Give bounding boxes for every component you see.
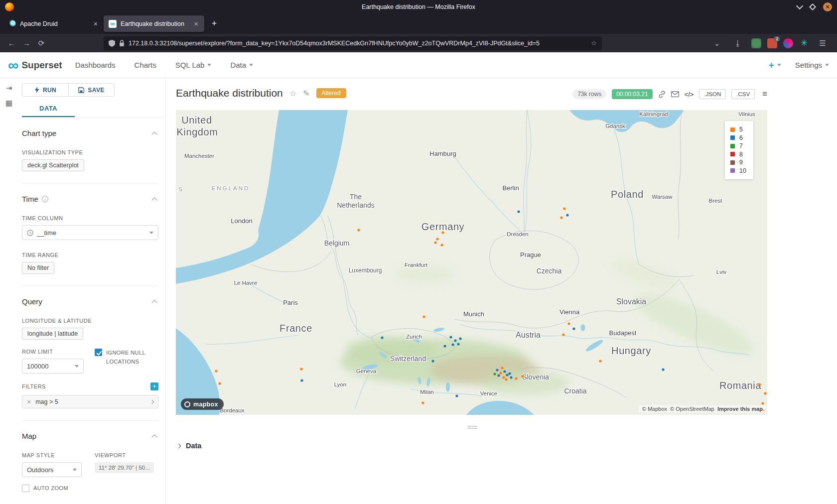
legend-item[interactable]: 10 xyxy=(730,167,746,175)
add-filter-button[interactable]: + xyxy=(150,382,158,390)
reload-button[interactable]: ⟳ xyxy=(34,36,49,50)
timer-badge: 00:00:03.21 xyxy=(612,89,652,99)
viewport-value[interactable]: 11° 28' 29.70" | 50... xyxy=(95,462,154,473)
filter-value: mag > 5 xyxy=(35,398,58,405)
map-attribution: © Mapbox © OpenStreetMap Improve this ma… xyxy=(639,405,766,412)
row-limit-select[interactable]: 100000 xyxy=(22,359,84,374)
share-link-icon[interactable] xyxy=(658,91,666,98)
legend-item[interactable]: 7 xyxy=(730,142,746,150)
downloads-icon[interactable]: ⭳ xyxy=(730,36,745,50)
nav-item-dashboards[interactable]: Dashboards xyxy=(75,61,116,69)
viz-type-value[interactable]: deck.gl Scatterplot xyxy=(22,159,84,171)
tab-earthquake-distribution[interactable]: ∞ Earthquake distribution × xyxy=(104,15,204,32)
maximize-icon[interactable] xyxy=(809,3,816,10)
chevron-up-icon xyxy=(151,434,157,440)
map-style-select[interactable]: Outdoors xyxy=(22,462,82,477)
add-new-button[interactable]: + xyxy=(769,60,781,71)
back-button[interactable]: ← xyxy=(4,36,19,50)
auto-zoom-control[interactable]: AUTO ZOOM xyxy=(22,484,158,493)
attribution-osm[interactable]: © OpenStreetMap xyxy=(670,406,714,412)
map-label: Berlin xyxy=(502,184,519,192)
earthquake-point xyxy=(443,345,446,347)
dataset-grid-icon[interactable]: ▦ xyxy=(4,98,14,108)
map-label: Zurich xyxy=(406,334,422,340)
mapbox-logo[interactable]: mapbox xyxy=(181,398,224,410)
tab-apache-druid[interactable]: Apache Druid × xyxy=(3,15,104,32)
nav-item-sql-lab[interactable]: SQL Lab xyxy=(175,61,212,69)
attribution-improve-link[interactable]: Improve this map xyxy=(717,406,763,412)
chart-header: Earthquake distribution ☆ ✎ Altered xyxy=(176,87,346,99)
section-header-query[interactable]: Query xyxy=(22,297,158,306)
earthquake-point xyxy=(502,376,505,378)
auto-zoom-checkbox[interactable] xyxy=(22,485,29,492)
extension-icon[interactable] xyxy=(751,38,761,48)
earthquake-point xyxy=(662,368,664,371)
run-button[interactable]: RUN xyxy=(22,83,69,97)
plus-icon: + xyxy=(769,60,774,71)
time-column-select[interactable]: __time xyxy=(22,225,158,240)
bookmark-star-icon[interactable]: ☆ xyxy=(591,39,597,47)
account-avatar-icon[interactable] xyxy=(783,38,793,48)
edit-icon[interactable]: ✎ xyxy=(303,89,309,98)
export-json-button[interactable]: .JSON xyxy=(699,89,726,99)
url-field[interactable]: 172.18.0.3:32108/superset/explore/?form_… xyxy=(104,36,602,50)
chart-menu-icon[interactable]: ≡ xyxy=(762,89,767,99)
lonlat-value[interactable]: longitude | latitude xyxy=(22,328,83,340)
remove-filter-icon[interactable]: × xyxy=(27,398,31,406)
tab-data[interactable]: DATA xyxy=(22,102,75,117)
brand-name[interactable]: Superset xyxy=(21,60,62,71)
forward-button[interactable]: → xyxy=(19,36,34,50)
map-label: Austria xyxy=(516,331,541,339)
tab-label: Earthquake distribution xyxy=(121,20,189,27)
section-header-time[interactable]: Time i xyxy=(22,195,158,203)
chevron-right-icon[interactable] xyxy=(150,399,154,403)
minimize-icon[interactable] xyxy=(796,2,803,9)
save-button[interactable]: SAVE xyxy=(68,83,115,97)
nav-item-data[interactable]: Data xyxy=(230,61,253,69)
export-csv-button[interactable]: .CSV xyxy=(731,89,755,99)
favorite-star-icon[interactable]: ☆ xyxy=(289,89,296,98)
legend-swatch xyxy=(730,160,735,165)
extension-icon[interactable]: 2 xyxy=(767,38,777,48)
map-label: Brest xyxy=(709,198,723,204)
embed-code-icon[interactable]: </> xyxy=(685,91,694,98)
section-title: Chart type xyxy=(22,129,56,137)
earthquake-point xyxy=(459,337,461,340)
filter-item[interactable]: × mag > 5 xyxy=(22,395,158,408)
legend-label: 6 xyxy=(739,134,743,141)
earthquake-point xyxy=(455,394,458,397)
new-tab-button[interactable]: + xyxy=(207,16,221,30)
menu-icon[interactable]: ☰ xyxy=(815,36,830,50)
legend-item[interactable]: 5 xyxy=(730,126,746,134)
altered-badge[interactable]: Altered xyxy=(316,88,346,98)
legend-item[interactable]: 8 xyxy=(730,150,746,159)
section-map: Map MAP STYLE Outdoors VIEWPORT xyxy=(22,420,158,504)
nav-item-charts[interactable]: Charts xyxy=(135,61,156,69)
deckgl-map[interactable]: UnitedKingdomManchesterENGLANDESLondonLe… xyxy=(176,110,767,415)
map-legend: 5678910 xyxy=(725,121,753,179)
close-icon[interactable]: × xyxy=(823,2,832,11)
legend-item[interactable]: 6 xyxy=(730,134,746,142)
shield-icon[interactable] xyxy=(109,40,115,47)
attribution-mapbox[interactable]: © Mapbox xyxy=(642,406,667,412)
data-panel-label: Data xyxy=(186,442,201,450)
expand-panel-icon[interactable]: ⇥ xyxy=(4,83,14,93)
time-range-value[interactable]: No filter xyxy=(22,262,54,274)
extension-icon[interactable]: ✳ xyxy=(799,38,809,48)
tab-close-icon[interactable]: × xyxy=(93,20,99,28)
save-to-pocket-icon[interactable]: ⌄ xyxy=(709,36,724,50)
ignore-null-checkbox[interactable] xyxy=(95,349,102,356)
settings-menu[interactable]: Settings xyxy=(795,61,829,69)
map-label: Switzerland xyxy=(390,355,426,363)
section-header-map[interactable]: Map xyxy=(22,432,158,440)
resize-handle[interactable] xyxy=(467,425,477,430)
lock-icon[interactable] xyxy=(119,40,125,46)
legend-item[interactable]: 9 xyxy=(730,158,746,167)
data-panel-toggle[interactable]: Data xyxy=(177,442,201,450)
map-label: Hamburg xyxy=(429,150,456,157)
superset-logo-icon[interactable]: ∞ xyxy=(8,58,18,73)
email-icon[interactable] xyxy=(671,91,679,97)
tab-close-icon[interactable]: × xyxy=(193,20,199,28)
ignore-null-control[interactable]: IGNORE NULL LOCATIONS xyxy=(95,349,158,366)
section-header-chart-type[interactable]: Chart type xyxy=(22,129,158,137)
